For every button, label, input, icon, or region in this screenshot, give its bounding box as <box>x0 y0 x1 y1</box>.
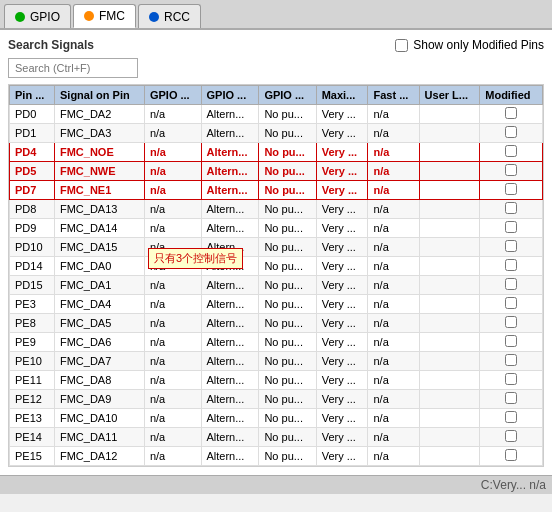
gpio-cell: n/a <box>144 314 201 333</box>
tab-fmc[interactable]: FMC <box>73 4 136 28</box>
modified-cell[interactable] <box>480 428 543 447</box>
pin-cell: PD9 <box>10 219 55 238</box>
modified-checkbox[interactable] <box>505 259 517 271</box>
table-row[interactable]: PD9FMC_DA14n/aAltern...No pu...Very ...n… <box>10 219 543 238</box>
modified-cell[interactable] <box>480 143 543 162</box>
table-row[interactable]: PE15FMC_DA12n/aAltern...No pu...Very ...… <box>10 447 543 466</box>
modified-cell[interactable] <box>480 257 543 276</box>
table-row[interactable]: PE11FMC_DA8n/aAltern...No pu...Very ...n… <box>10 371 543 390</box>
table-header-cell[interactable]: GPIO ... <box>144 86 201 105</box>
modified-cell[interactable] <box>480 219 543 238</box>
gpio-cell: No pu... <box>259 447 316 466</box>
modified-cell[interactable] <box>480 276 543 295</box>
gpio-cell: Altern... <box>201 447 259 466</box>
modified-checkbox[interactable] <box>505 449 517 461</box>
signals-table: Pin ...Signal on PinGPIO ...GPIO ...GPIO… <box>9 85 543 466</box>
modified-cell[interactable] <box>480 181 543 200</box>
pin-cell: PD5 <box>10 162 55 181</box>
table-row[interactable]: PE8FMC_DA5n/aAltern...No pu...Very ...n/… <box>10 314 543 333</box>
table-header-cell[interactable]: Modified <box>480 86 543 105</box>
modified-cell[interactable] <box>480 238 543 257</box>
table-header-cell[interactable]: Signal on Pin <box>54 86 144 105</box>
signal-cell: FMC_DA15 <box>54 238 144 257</box>
modified-checkbox[interactable] <box>505 335 517 347</box>
gpio-cell: n/a <box>144 409 201 428</box>
gpio-cell: No pu... <box>259 143 316 162</box>
modified-cell[interactable] <box>480 162 543 181</box>
gpio-cell: No pu... <box>259 409 316 428</box>
gpio-cell <box>419 371 480 390</box>
modified-checkbox[interactable] <box>505 240 517 252</box>
search-input[interactable] <box>8 58 138 78</box>
pin-cell: PE8 <box>10 314 55 333</box>
modified-checkbox[interactable] <box>505 392 517 404</box>
table-header-cell[interactable]: Maxi... <box>316 86 368 105</box>
modified-cell[interactable] <box>480 333 543 352</box>
modified-checkbox[interactable] <box>505 297 517 309</box>
modified-checkbox[interactable] <box>505 354 517 366</box>
modified-checkbox[interactable] <box>505 145 517 157</box>
table-row[interactable]: PE13FMC_DA10n/aAltern...No pu...Very ...… <box>10 409 543 428</box>
gpio-cell: n/a <box>368 143 419 162</box>
modified-cell[interactable] <box>480 105 543 124</box>
table-row[interactable]: PD0FMC_DA2n/aAltern...No pu...Very ...n/… <box>10 105 543 124</box>
table-row[interactable]: PE9FMC_DA6n/aAltern...No pu...Very ...n/… <box>10 333 543 352</box>
modified-checkbox[interactable] <box>505 278 517 290</box>
modified-cell[interactable] <box>480 200 543 219</box>
modified-checkbox[interactable] <box>505 126 517 138</box>
tab-rcc[interactable]: RCC <box>138 4 201 28</box>
table-row[interactable]: PD5FMC_NWEn/aAltern...No pu...Very ...n/… <box>10 162 543 181</box>
modified-cell[interactable] <box>480 352 543 371</box>
modified-checkbox[interactable] <box>505 373 517 385</box>
table-header-cell[interactable]: Fast ... <box>368 86 419 105</box>
modified-checkbox[interactable] <box>505 107 517 119</box>
table-row[interactable]: PD4FMC_NOEn/aAltern...No pu...Very ...n/… <box>10 143 543 162</box>
table-row[interactable]: PD14FMC_DA0n/aAltern...No pu...Very ...n… <box>10 257 543 276</box>
modified-cell[interactable] <box>480 371 543 390</box>
gpio-cell <box>419 295 480 314</box>
gpio-cell: No pu... <box>259 238 316 257</box>
table-wrap[interactable]: Pin ...Signal on PinGPIO ...GPIO ...GPIO… <box>8 84 544 467</box>
gpio-cell: n/a <box>144 447 201 466</box>
table-row[interactable]: PD7FMC_NE1n/aAltern...No pu...Very ...n/… <box>10 181 543 200</box>
table-header-cell[interactable]: GPIO ... <box>259 86 316 105</box>
modified-cell[interactable] <box>480 447 543 466</box>
modified-cell[interactable] <box>480 314 543 333</box>
gpio-cell: n/a <box>144 124 201 143</box>
table-row[interactable]: PD1FMC_DA3n/aAltern...No pu...Very ...n/… <box>10 124 543 143</box>
table-row[interactable]: PD15FMC_DA1n/aAltern...No pu...Very ...n… <box>10 276 543 295</box>
pin-cell: PE15 <box>10 447 55 466</box>
pin-cell: PE13 <box>10 409 55 428</box>
gpio-cell: Altern... <box>201 409 259 428</box>
table-row[interactable]: PE10FMC_DA7n/aAltern...No pu...Very ...n… <box>10 352 543 371</box>
gpio-cell: No pu... <box>259 257 316 276</box>
gpio-cell: Very ... <box>316 295 368 314</box>
modified-cell[interactable] <box>480 295 543 314</box>
modified-checkbox[interactable] <box>505 202 517 214</box>
modified-checkbox[interactable] <box>505 183 517 195</box>
table-header-cell[interactable]: User L... <box>419 86 480 105</box>
modified-checkbox[interactable] <box>505 316 517 328</box>
table-row[interactable]: PE3FMC_DA4n/aAltern...No pu...Very ...n/… <box>10 295 543 314</box>
table-header-cell[interactable]: GPIO ... <box>201 86 259 105</box>
gpio-cell: n/a <box>144 333 201 352</box>
table-header-cell[interactable]: Pin ... <box>10 86 55 105</box>
table-row[interactable]: PD8FMC_DA13n/aAltern...No pu...Very ...n… <box>10 200 543 219</box>
tab-gpio[interactable]: GPIO <box>4 4 71 28</box>
show-modified-checkbox[interactable] <box>395 39 408 52</box>
table-row[interactable]: PE14FMC_DA11n/aAltern...No pu...Very ...… <box>10 428 543 447</box>
table-row[interactable]: PE12FMC_DA9n/aAltern...No pu...Very ...n… <box>10 390 543 409</box>
modified-checkbox[interactable] <box>505 221 517 233</box>
gpio-cell <box>419 257 480 276</box>
gpio-cell: Very ... <box>316 276 368 295</box>
modified-checkbox[interactable] <box>505 164 517 176</box>
modified-cell[interactable] <box>480 409 543 428</box>
modified-cell[interactable] <box>480 390 543 409</box>
gpio-cell <box>419 124 480 143</box>
modified-checkbox[interactable] <box>505 411 517 423</box>
gpio-cell: n/a <box>368 295 419 314</box>
table-row[interactable]: PD10FMC_DA15n/aAltern...No pu...Very ...… <box>10 238 543 257</box>
modified-checkbox[interactable] <box>505 430 517 442</box>
gpio-cell: n/a <box>368 257 419 276</box>
modified-cell[interactable] <box>480 124 543 143</box>
